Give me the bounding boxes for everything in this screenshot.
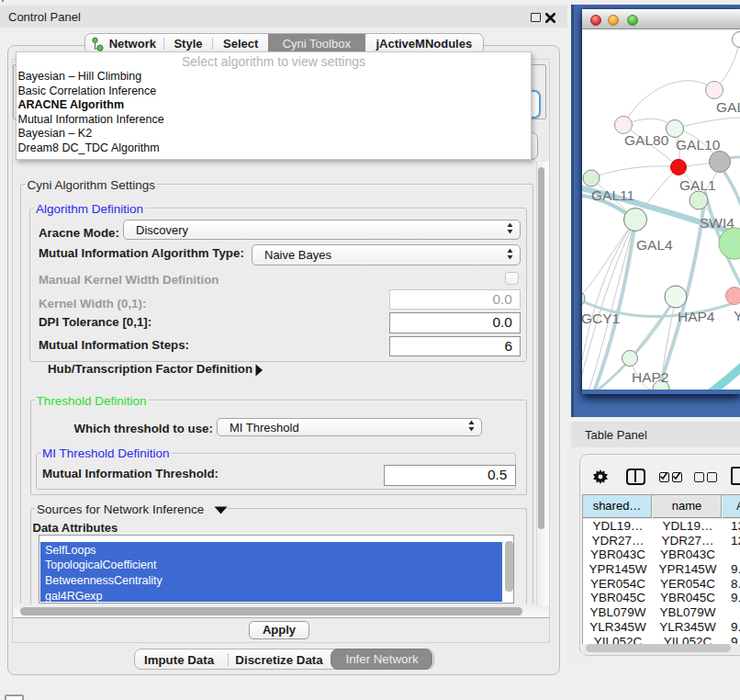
svg-text:GAL11: GAL11	[591, 187, 634, 203]
svg-text:GAL1: GAL1	[679, 177, 716, 193]
svg-text:Y: Y	[734, 308, 740, 323]
svg-text:GCY1: GCY1	[582, 310, 620, 326]
svg-text:HAP2: HAP2	[632, 369, 669, 385]
svg-text:HAP4: HAP4	[678, 309, 715, 324]
svg-text:GAL: GAL	[716, 99, 740, 115]
svg-text:GAL4: GAL4	[636, 237, 673, 253]
svg-text:GAL10: GAL10	[676, 137, 721, 152]
svg-text:SWI4: SWI4	[700, 215, 734, 231]
svg-text:GAL80: GAL80	[624, 132, 669, 148]
